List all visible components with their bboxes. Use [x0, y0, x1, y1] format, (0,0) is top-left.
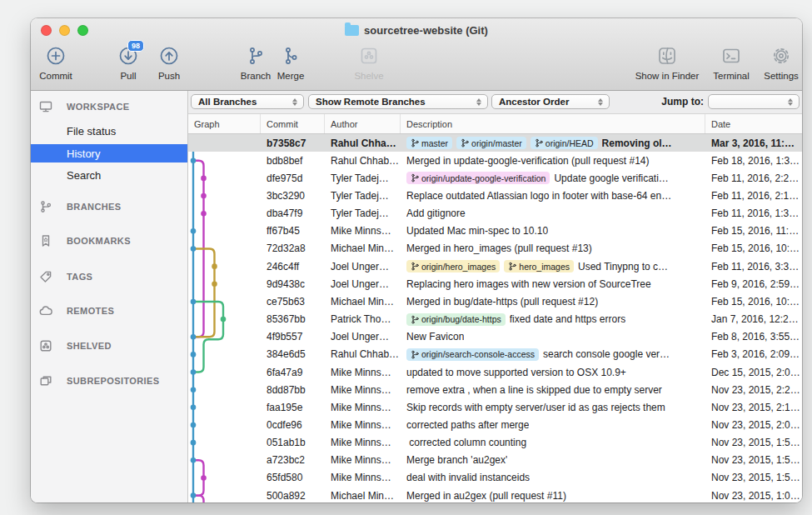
commit-author: Patrick Tho…: [325, 313, 401, 325]
commit-row-65fd580[interactable]: 65fd580Mike Minns…deal with invalid inst…: [188, 469, 802, 487]
commit-message: Used Tinypng to c…: [578, 261, 668, 272]
sidebar-item-history[interactable]: History: [31, 144, 187, 162]
commit-date: Nov 23, 2015, 2:2…: [705, 384, 802, 396]
commit-row-8dd87bb[interactable]: 8dd87bbMike Minns…remove extra , when a …: [188, 381, 802, 398]
sidebar-item-file-status[interactable]: File status: [31, 122, 187, 140]
filter-bar: All Branches Show Remote Branches Ancest…: [188, 91, 802, 114]
commit-message: corrected column counting: [406, 437, 526, 448]
column-header-graph[interactable]: Graph: [188, 114, 261, 133]
branch-badge-label: origin/master: [471, 138, 522, 148]
commit-author: Tyler Tadej…: [325, 172, 401, 184]
commit-row-a723bc2[interactable]: a723bc2Mike Minns…Merge branch 'au2gex'N…: [188, 452, 802, 469]
shelve-button: Shelve: [331, 44, 406, 81]
sidebar-item-branches[interactable]: BRANCHES: [31, 198, 187, 216]
commit-author: Joel Unger…: [325, 331, 401, 342]
settings-button[interactable]: Settings: [744, 44, 802, 81]
commit-message: Removing ol…: [602, 138, 672, 149]
sidebar-subitem-label: File status: [67, 125, 116, 138]
chevron-updown-icon: [473, 98, 487, 106]
commit-row-6fa47a9[interactable]: 6fa47a9Mike Minns…updated to move suppor…: [188, 363, 802, 381]
commit-hash: bdb8bef: [261, 155, 325, 167]
commit-row-ff67b45[interactable]: ff67b45Mike Minns…Updated Mac min-spec t…: [188, 222, 802, 240]
push-button[interactable]: Push: [132, 44, 207, 81]
sidebar-item-subrepositories[interactable]: SUBREPOSITORIES: [31, 372, 187, 390]
toolbar-item-label: Settings: [764, 71, 799, 81]
commit-row-dfe975d[interactable]: dfe975dTyler Tadej…origin/update-google-…: [188, 169, 802, 187]
sidebar-item-workspace[interactable]: WORKSPACE: [31, 98, 187, 116]
sidebar-section-label: TAGS: [67, 272, 92, 282]
toolbar-item-label: Merge: [277, 71, 305, 81]
commit-row-0cdfe96[interactable]: 0cdfe96Mike Minns…corrected paths after …: [188, 416, 802, 433]
branch-filter-dropdown[interactable]: All Branches: [191, 94, 304, 109]
sidebar-item-search[interactable]: Search: [31, 166, 187, 184]
commit-hash: 72d32a8: [261, 242, 325, 254]
commit-hash: 8dd87bb: [261, 384, 325, 396]
sidebar-item-remotes[interactable]: REMOTES: [31, 302, 187, 320]
commit-description: Merged in update-google-verification (pu…: [401, 155, 705, 167]
commit-author: Joel Unger…: [325, 261, 401, 272]
shelve-icon: [359, 44, 379, 68]
commit-row-246c4ff[interactable]: 246c4ffJoel Unger…origin/hero_imageshero…: [188, 258, 802, 275]
commit-row-384e6d5[interactable]: 384e6d5Rahul Chhab…origin/search-console…: [188, 346, 802, 363]
branch-filter-value: All Branches: [192, 97, 289, 107]
commit-row-85367bb[interactable]: 85367bbPatrick Tho…origin/bug/date-https…: [188, 311, 802, 328]
commit-author: Rahul Chhab…: [325, 155, 401, 167]
column-header-commit[interactable]: Commit: [261, 114, 325, 133]
commit-author: Michael Min…: [325, 242, 401, 254]
jump-to-combobox[interactable]: [708, 94, 800, 109]
commit-row-b7358c7[interactable]: b7358c7Rahul Chha…masterorigin/masterori…: [188, 134, 802, 152]
commit-row-72d32a8[interactable]: 72d32a8Michael Min…Merged in hero_images…: [188, 240, 802, 258]
commit-row-051ab1b[interactable]: 051ab1bMike Minns… corrected column coun…: [188, 434, 802, 452]
sidebar-section-label: WORKSPACE: [67, 102, 130, 112]
commit-date: Feb 15, 2016, 11:…: [705, 225, 802, 237]
column-header-date[interactable]: Date: [705, 114, 802, 133]
commit-row-dba47f9[interactable]: dba47f9Tyler Tadej…Add gitignoreFeb 11, …: [188, 205, 802, 222]
terminal-icon: [721, 44, 741, 68]
commit-row-bdb8bef[interactable]: bdb8befRahul Chhab…Merged in update-goog…: [188, 152, 802, 169]
commit-row-500a892[interactable]: 500a892Michael Min…Merged in au2gex (pul…: [188, 487, 802, 502]
commit-row-4f9b557[interactable]: 4f9b557Joel Unger…New FaviconFeb 8, 2016…: [188, 328, 802, 346]
commit-hash: 246c4ff: [261, 261, 325, 272]
commit-author: Michael Min…: [325, 296, 401, 308]
sidebar-item-shelved[interactable]: SHELVED: [31, 337, 187, 355]
commit-description: updated to move supported version to OSX…: [401, 367, 705, 378]
commit-message: Skip records with empty server/user id a…: [406, 402, 665, 413]
jump-to-label: Jump to:: [661, 96, 704, 108]
column-header-author[interactable]: Author: [325, 114, 401, 133]
commit-hash: 0cdfe96: [261, 419, 325, 431]
commit-hash: 4f9b557: [261, 331, 325, 342]
merge-button[interactable]: Merge: [253, 44, 328, 81]
sidebar: WORKSPACEFile statusHistorySearchBRANCHE…: [31, 91, 188, 502]
order-filter-value: Ancestor Order: [492, 97, 595, 107]
sidebar-item-tags[interactable]: TAGS: [31, 268, 187, 286]
window-title: sourcetree-website (Git): [364, 24, 488, 37]
commit-description: origin/update-google-verificationUpdate …: [401, 172, 705, 184]
remote-filter-value: Show Remote Branches: [309, 97, 473, 107]
remote-branches-dropdown[interactable]: Show Remote Branches: [308, 94, 488, 109]
branch-badge: origin/master: [456, 137, 526, 149]
commit-hash: b7358c7: [261, 138, 325, 149]
commit-row-ce75b63[interactable]: ce75b63Michael Min…Merged in bug/date-ht…: [188, 292, 802, 310]
commit-message: Updated Mac min-spec to 10.10: [406, 225, 548, 237]
commit-hash: 65fd580: [261, 472, 325, 483]
column-header-description[interactable]: Description: [401, 114, 705, 133]
commit-row-3bc3290[interactable]: 3bc3290Tyler Tadej…Replace outdated Atla…: [188, 187, 802, 204]
sidebar-item-bookmarks[interactable]: BOOKMARKS: [31, 232, 187, 250]
commit-author: Mike Minns…: [325, 472, 401, 483]
window-chrome: sourcetree-website (Git) Commit98PullPus…: [31, 18, 802, 91]
commit-description: Merged in au2gex (pull request #11): [401, 490, 705, 502]
commit-author: Rahul Chha…: [325, 138, 401, 149]
commit-button[interactable]: Commit: [31, 44, 93, 81]
commit-description: origin/hero_imageshero_imagesUsed Tinypn…: [401, 260, 705, 272]
commit-date: Feb 18, 2016, 1:3…: [705, 155, 802, 167]
commit-date: Nov 23, 2015, 2:1…: [705, 402, 802, 413]
commit-hash: 85367bb: [261, 313, 325, 325]
toolbar-item-label: Show in Finder: [635, 71, 700, 81]
commit-date: Nov 23, 2015, 1:0…: [705, 490, 802, 502]
commit-author: Mike Minns…: [325, 454, 401, 466]
commit-row-faa195e[interactable]: faa195eMike Minns…Skip records with empt…: [188, 398, 802, 416]
branch-badge: origin/update-google-verification: [406, 172, 550, 184]
sort-order-dropdown[interactable]: Ancestor Order: [491, 94, 610, 109]
commit-row-9d9438c[interactable]: 9d9438cJoel Unger…Replacing hero images …: [188, 275, 802, 292]
merge-icon: [281, 44, 301, 68]
